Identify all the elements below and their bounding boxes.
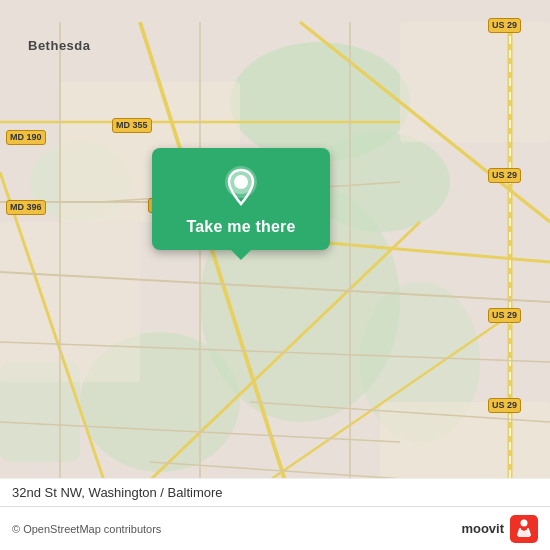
md190-badge: MD 190	[6, 130, 46, 145]
osm-attribution: © OpenStreetMap contributors	[12, 523, 161, 535]
svg-rect-9	[0, 222, 140, 382]
moovit-brand-icon	[510, 515, 538, 543]
popup-card: Take me there	[152, 148, 330, 250]
moovit-brand-text: moovit	[461, 521, 504, 536]
us29-badge-bottom: US 29	[488, 398, 521, 413]
svg-point-35	[521, 519, 528, 526]
svg-rect-10	[400, 22, 550, 142]
us29-badge-lower: US 29	[488, 308, 521, 323]
location-label: 32nd St NW, Washington / Baltimore	[0, 478, 550, 506]
take-me-there-button[interactable]: Take me there	[186, 218, 295, 236]
md396-badge: MD 396	[6, 200, 46, 215]
us29-badge-mid: US 29	[488, 168, 521, 183]
location-pin-icon	[219, 164, 263, 208]
md355-badge-top: MD 355	[112, 118, 152, 133]
moovit-logo: moovit	[461, 515, 538, 543]
bethesda-label: Bethesda	[28, 38, 91, 53]
map-svg	[0, 0, 550, 550]
us29-badge-top: US 29	[488, 18, 521, 33]
svg-rect-34	[510, 515, 538, 543]
svg-point-33	[234, 175, 248, 189]
location-text: 32nd St NW, Washington / Baltimore	[12, 485, 223, 500]
bottom-bar: © OpenStreetMap contributors moovit	[0, 506, 550, 550]
map-container: Bethesda US 29 US 29 US 29 US 29 MD 355 …	[0, 0, 550, 550]
